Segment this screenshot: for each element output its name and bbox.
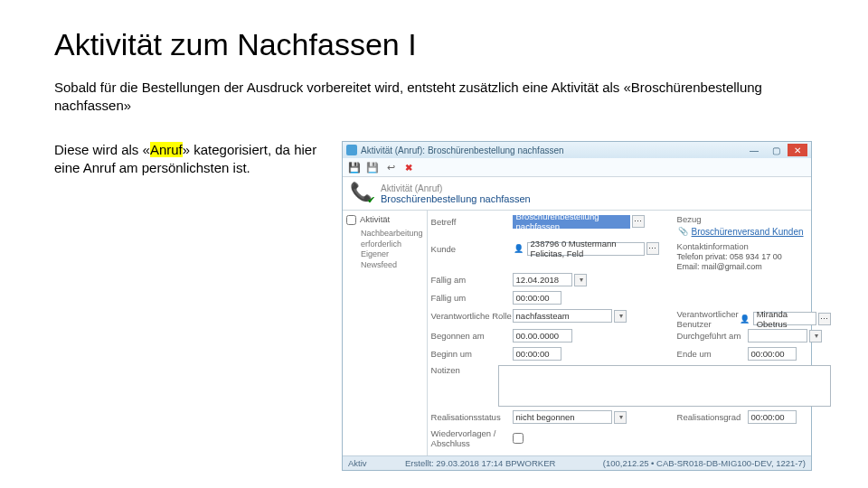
- status-active: Aktiv: [348, 458, 367, 468]
- checkbox-wiedervorlagen[interactable]: [513, 433, 524, 444]
- kunde-open-icon[interactable]: ⋯: [646, 242, 659, 255]
- label-beginn-um: Beginn um: [431, 349, 513, 359]
- field-ende-um[interactable]: 00:00:00: [748, 347, 797, 361]
- label-begonnen-am: Begonnen am: [431, 331, 513, 341]
- field-kunde[interactable]: 238796 0 Mustermann Felicitas, Feld: [527, 242, 645, 256]
- label-kunde: Kunde: [431, 244, 513, 254]
- kunde-icon: 👤: [513, 242, 525, 255]
- field-rolle[interactable]: nachfassteam: [513, 309, 612, 323]
- durchgef-dropdown-icon[interactable]: [809, 330, 822, 343]
- side-panel: Aktivität Nachbearbeitung erforderlich E…: [343, 211, 428, 455]
- intro-paragraph: Sobald für die Bestellungen der Ausdruck…: [54, 79, 814, 114]
- label-notizen: Notizen: [431, 365, 499, 375]
- field-realgrad[interactable]: 00:00:00: [748, 410, 797, 424]
- maximize-button[interactable]: ▢: [766, 144, 786, 156]
- crm-window: Aktivität (Anruf): Broschürenbestellung …: [342, 141, 812, 471]
- field-faellig-am[interactable]: 12.04.2018: [513, 273, 572, 286]
- field-durchgef[interactable]: [748, 329, 807, 343]
- link-bezug[interactable]: Broschürenversand Kunden: [692, 227, 804, 237]
- label-ende-um: Ende um: [677, 349, 748, 359]
- app-icon: [346, 145, 357, 155]
- label-bezug: Bezug: [677, 214, 831, 224]
- field-realstatus[interactable]: nicht begonnen: [513, 410, 612, 424]
- label-faellig-um: Fällig um: [431, 293, 513, 303]
- save-icon[interactable]: [348, 161, 361, 174]
- benutzer-picker-icon[interactable]: ⋯: [818, 313, 831, 325]
- undo-icon[interactable]: [384, 161, 397, 174]
- betreff-picker-icon[interactable]: ⋯: [632, 215, 645, 228]
- record-title: Broschürenbestellung nachfassen: [381, 193, 531, 204]
- side-note: Diese wird als «Anruf» kategorisiert, da…: [54, 141, 326, 471]
- form-panel: Betreff Broschürenbestellung nachfassen …: [428, 211, 835, 455]
- statusbar: Aktiv Erstellt: 29.03.2018 17:14 BPWORKE…: [343, 455, 811, 470]
- save-and-close-icon[interactable]: [366, 161, 379, 174]
- field-notizen[interactable]: [498, 365, 830, 407]
- record-header: Aktivität (Anruf) Broschürenbestellung n…: [343, 177, 811, 210]
- benutzer-icon: 👤: [739, 313, 751, 325]
- label-realstatus: Realisationsstatus: [431, 412, 513, 422]
- phone-check-icon: [352, 183, 373, 204]
- value-kontaktinfo: Telefon privat: 058 934 17 00 Email: mai…: [677, 252, 831, 273]
- field-beginn-um[interactable]: 00:00:00: [513, 347, 561, 361]
- minimize-button[interactable]: —: [744, 144, 764, 156]
- toolbar: ✖: [343, 158, 811, 177]
- label-realgrad: Realisationsgrad: [677, 412, 748, 422]
- field-benutzer[interactable]: Miranda Obetrus: [753, 312, 816, 325]
- side-subtext: Nachbearbeitung erforderlich Eigener New…: [361, 229, 423, 271]
- aktivitaet-checkbox[interactable]: Aktivität: [346, 214, 423, 225]
- anruf-highlight: Anruf: [150, 142, 183, 157]
- field-begonnen-am[interactable]: 00.00.0000: [513, 329, 572, 343]
- field-betreff[interactable]: Broschürenbestellung nachfassen: [513, 215, 630, 229]
- titlebar[interactable]: Aktivität (Anruf): Broschürenbestellung …: [343, 142, 811, 158]
- field-faellig-um[interactable]: 00:00:00: [513, 291, 561, 305]
- window-title: Aktivität (Anruf): Broschürenbestellung …: [361, 145, 742, 155]
- status-created: Erstellt: 29.03.2018 17:14 BPWORKER: [405, 458, 555, 468]
- label-durchgef: Durchgeführt am: [677, 331, 748, 341]
- link-icon: 📎: [677, 225, 690, 238]
- delete-icon[interactable]: ✖: [402, 161, 415, 174]
- label-faellig-am: Fällig am: [431, 275, 513, 285]
- close-button[interactable]: ✕: [788, 144, 807, 156]
- rolle-dropdown-icon[interactable]: [614, 310, 627, 323]
- label-betreff: Betreff: [431, 217, 513, 227]
- status-connection: (100,212.25 • CAB-SR018-DB-MIG100-DEV, 1…: [603, 458, 806, 468]
- label-kontaktinfo: Kontaktinformation: [677, 241, 831, 251]
- record-type: Aktivität (Anruf): [381, 183, 531, 193]
- label-benutzer: Verantwortlicher Benutzer: [677, 309, 739, 329]
- page-title: Aktivität zum Nachfassen I: [54, 27, 814, 62]
- faellig-am-calendar-icon[interactable]: [574, 274, 587, 286]
- label-rolle: Verantwortliche Rolle: [431, 311, 513, 321]
- label-wiedervorlagen: Wiedervorlagen / Abschluss: [431, 428, 513, 448]
- realstatus-dropdown-icon[interactable]: [614, 411, 627, 424]
